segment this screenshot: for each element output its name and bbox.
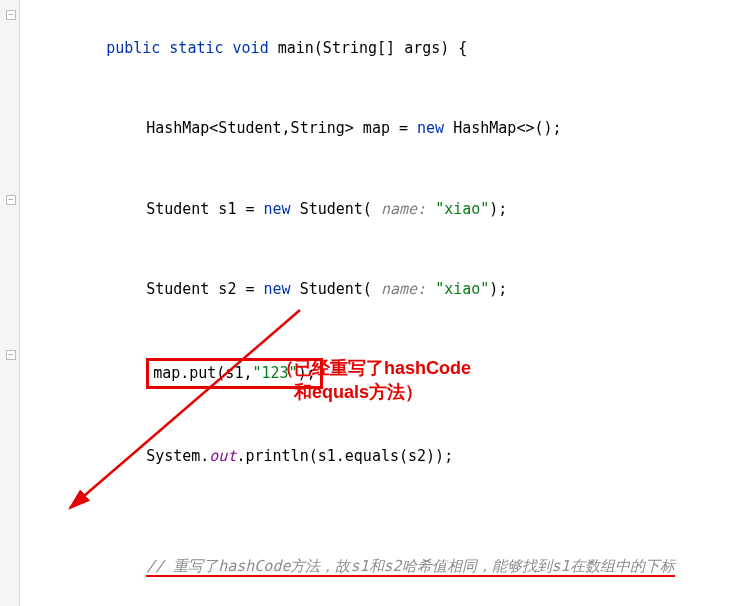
fold-icon[interactable]: −: [6, 10, 16, 20]
keyword: new: [264, 200, 291, 218]
code-line[interactable]: public static void main(String[] args) {: [20, 8, 756, 89]
code-text: Student(: [291, 280, 381, 298]
code-text: );: [489, 280, 507, 298]
keyword: new: [264, 280, 291, 298]
keyword: public: [106, 39, 160, 57]
code-editor[interactable]: − − − public static void main(String[] a…: [0, 0, 756, 606]
code-text: HashMap<Student,String> map =: [146, 119, 417, 137]
code-text: (String[] args) {: [314, 39, 468, 57]
code-line[interactable]: Student s2 = new Student( name: "xiao");: [20, 250, 756, 331]
keyword: new: [417, 119, 444, 137]
annotation-label: 和equals方法）: [294, 380, 423, 404]
method-name: main: [278, 39, 314, 57]
field-ref: out: [209, 447, 236, 465]
string-literal: "xiao": [435, 200, 489, 218]
editor-gutter: − − −: [0, 0, 20, 606]
code-text: HashMap<>();: [444, 119, 561, 137]
param-hint: name:: [381, 200, 435, 218]
param-hint: name:: [381, 280, 435, 298]
blank-line: [20, 497, 756, 527]
comment: // 重写了hashCode方法，故s1和s2哈希值相同，能够找到s1在数组中的…: [146, 557, 675, 577]
keyword: static: [169, 39, 223, 57]
code-text: Student s1 =: [146, 200, 263, 218]
code-text: map.put(s1,: [153, 364, 252, 382]
fold-icon[interactable]: −: [6, 350, 16, 360]
code-text: Student s2 =: [146, 280, 263, 298]
code-text: System.: [146, 447, 209, 465]
string-literal: "xiao": [435, 280, 489, 298]
code-line[interactable]: HashMap<Student,String> map = new HashMa…: [20, 89, 756, 170]
code-text: );: [489, 200, 507, 218]
annotation-label: （已经重写了hashCode: [276, 356, 471, 380]
code-text: Student(: [291, 200, 381, 218]
code-text: .println(s1.equals(s2));: [236, 447, 453, 465]
code-line[interactable]: // 重写了hashCode方法，故s1和s2哈希值相同，能够找到s1在数组中的…: [20, 527, 756, 607]
code-line[interactable]: Student s1 = new Student( name: "xiao");: [20, 169, 756, 250]
code-line[interactable]: System.out.println(s1.equals(s2));: [20, 417, 756, 498]
fold-icon[interactable]: −: [6, 195, 16, 205]
keyword: void: [233, 39, 269, 57]
